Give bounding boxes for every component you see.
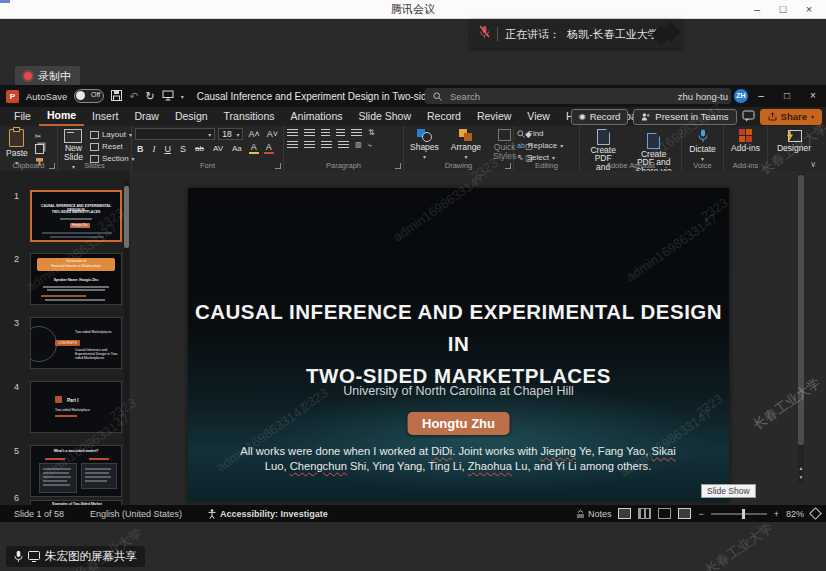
- slide-canvas[interactable]: CAUSAL INFERENCE AND EXPERIMENTAL DESIGN…: [188, 188, 729, 502]
- font-dialog-launcher[interactable]: [275, 163, 281, 169]
- recording-indicator[interactable]: 录制中: [15, 66, 80, 86]
- slide-thumbnail-5[interactable]: What's a two-sided market?: [30, 445, 122, 497]
- strikethrough-icon[interactable]: ab: [193, 144, 206, 153]
- avatar[interactable]: ZH: [734, 89, 748, 103]
- replace-button[interactable]: ab Replace ▾: [517, 141, 576, 151]
- justify-icon[interactable]: [338, 141, 349, 149]
- quick-access-dropdown-icon[interactable]: ▾: [181, 93, 184, 100]
- zoom-out-icon[interactable]: −: [698, 509, 703, 519]
- normal-view-button[interactable]: [618, 508, 631, 519]
- comments-icon[interactable]: [742, 108, 755, 126]
- reading-view-button[interactable]: [658, 508, 671, 519]
- tab-record[interactable]: Record: [419, 108, 469, 125]
- tab-design[interactable]: Design: [167, 108, 216, 125]
- font-size-combo[interactable]: 18▾: [218, 128, 243, 140]
- powerpoint-app-icon[interactable]: P: [6, 90, 19, 103]
- layout-button[interactable]: Layout▾: [90, 130, 135, 140]
- grow-font-icon[interactable]: A˄: [246, 129, 261, 139]
- font-name-combo[interactable]: ▾: [135, 128, 215, 140]
- highlight-color-icon[interactable]: A: [249, 143, 259, 154]
- tab-insert[interactable]: Insert: [84, 108, 126, 125]
- collapse-ribbon-icon[interactable]: ∨: [810, 160, 816, 169]
- accessibility-status[interactable]: Accessibility: Investigate: [208, 509, 328, 519]
- language-status[interactable]: English (United States): [90, 509, 182, 519]
- tab-animations[interactable]: Animations: [283, 108, 351, 125]
- record-button[interactable]: ◉ Record: [571, 109, 629, 125]
- zoom-slider-thumb[interactable]: [742, 509, 745, 519]
- bullets-icon[interactable]: [287, 129, 298, 137]
- clipboard-dialog-launcher[interactable]: [49, 163, 55, 169]
- close-icon[interactable]: ×: [796, 0, 822, 18]
- align-center-icon[interactable]: [304, 141, 315, 149]
- tab-transitions[interactable]: Transitions: [216, 108, 283, 125]
- slideshow-from-start-icon[interactable]: [162, 87, 174, 105]
- dictate-button[interactable]: Dictate ▾: [685, 128, 720, 163]
- save-icon[interactable]: [111, 87, 122, 105]
- redo-icon[interactable]: ↻: [145, 90, 154, 103]
- shrink-font-icon[interactable]: A˅: [265, 129, 280, 139]
- slide-thumbnail-1[interactable]: CAUSAL INFERENCE AND EXPERIMENTAL DESIGN…: [30, 190, 122, 242]
- columns-icon[interactable]: ▥: [355, 141, 362, 149]
- ppt-restore-icon[interactable]: □: [774, 85, 800, 107]
- italic-button[interactable]: I: [151, 144, 158, 154]
- designer-button[interactable]: Designer: [771, 128, 817, 154]
- slide-scrollbar[interactable]: ▲ ▼: [798, 173, 804, 483]
- ppt-close-icon[interactable]: ×: [800, 85, 826, 107]
- thumbnail-scrollbar[interactable]: [124, 181, 129, 501]
- zoom-level[interactable]: 82%: [786, 509, 804, 519]
- change-case-icon[interactable]: Aa: [230, 144, 244, 153]
- increase-indent-icon[interactable]: [336, 129, 345, 137]
- zoom-slider[interactable]: [711, 513, 767, 515]
- slide-indicator[interactable]: Slide 1 of 58: [14, 509, 64, 519]
- scrollbar-thumb[interactable]: [798, 175, 804, 445]
- slide-show-view-button[interactable]: [678, 508, 691, 519]
- minimize-icon[interactable]: –: [744, 0, 770, 18]
- align-left-icon[interactable]: [287, 141, 298, 149]
- share-button[interactable]: Share ▾: [760, 109, 822, 125]
- smartart-icon[interactable]: ⤷: [368, 141, 372, 149]
- fit-slide-icon[interactable]: [809, 507, 822, 520]
- char-spacing-icon[interactable]: AV: [211, 144, 225, 153]
- tab-file[interactable]: File: [6, 108, 39, 125]
- tab-view[interactable]: View: [519, 108, 558, 125]
- numbering-icon[interactable]: [304, 129, 315, 137]
- font-color-icon[interactable]: A: [264, 143, 274, 154]
- shapes-button[interactable]: Shapes ▾: [407, 128, 442, 161]
- reset-button[interactable]: Reset: [90, 142, 135, 152]
- slide-thumbnail-3[interactable]: CONTENTS Two-sided Marketplaces Causal I…: [30, 317, 122, 369]
- zoom-in-icon[interactable]: +: [774, 509, 779, 519]
- paragraph-dialog-launcher[interactable]: [395, 163, 401, 169]
- slide-sorter-view-button[interactable]: [638, 508, 651, 519]
- shadow-button[interactable]: S: [178, 144, 188, 154]
- tab-home[interactable]: Home: [39, 107, 84, 126]
- copy-icon[interactable]: [35, 144, 44, 154]
- bold-button[interactable]: B: [135, 144, 146, 154]
- underline-button[interactable]: U: [163, 144, 174, 154]
- tab-draw[interactable]: Draw: [126, 108, 167, 125]
- user-name[interactable]: zhu hong-tu: [678, 91, 728, 102]
- cut-icon[interactable]: ✂: [35, 132, 44, 141]
- search-input[interactable]: [448, 90, 692, 103]
- screen-share-indicator[interactable]: 朱宏图的屏幕共享: [6, 546, 145, 567]
- text-direction-icon[interactable]: [351, 129, 362, 137]
- autosave-toggle[interactable]: Off: [74, 89, 104, 103]
- slide-thumbnail-4[interactable]: Part I Two-sided Marketplace: [30, 381, 122, 433]
- slide-thumbnail-2[interactable]: Declaration of Financial Interests or Re…: [30, 253, 122, 305]
- previous-slide-icon[interactable]: ▲: [798, 465, 804, 471]
- arrange-button[interactable]: Arrange ▾: [448, 128, 484, 161]
- next-slide-icon[interactable]: ▼: [798, 474, 804, 480]
- align-right-icon[interactable]: [321, 141, 332, 149]
- maximize-icon[interactable]: □: [770, 0, 796, 18]
- find-button[interactable]: Find: [517, 129, 576, 139]
- decrease-indent-icon[interactable]: [321, 129, 330, 137]
- drawing-dialog-launcher[interactable]: [505, 163, 511, 169]
- notes-button[interactable]: Notes: [576, 509, 612, 519]
- tab-slide-show[interactable]: Slide Show: [351, 108, 420, 125]
- line-spacing-icon[interactable]: ⇅: [368, 128, 375, 137]
- present-in-teams-button[interactable]: Present in Teams: [633, 109, 736, 125]
- tab-review[interactable]: Review: [469, 108, 519, 125]
- addins-button[interactable]: Add-ins: [727, 128, 764, 154]
- undo-icon[interactable]: ↶: [129, 90, 138, 103]
- ppt-minimize-icon[interactable]: –: [748, 85, 774, 107]
- thumb4-title: Part I: [67, 398, 97, 403]
